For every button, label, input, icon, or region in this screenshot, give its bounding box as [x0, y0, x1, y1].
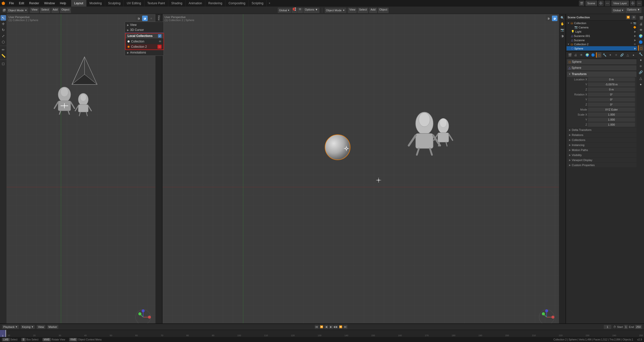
- workspace-animation[interactable]: Animation: [186, 0, 205, 7]
- location-x[interactable]: 0 m: [588, 77, 635, 81]
- viewport-shading-rendered[interactable]: ○: [148, 16, 154, 21]
- rotation-mode[interactable]: XYZ Euler: [588, 108, 635, 112]
- scale-x[interactable]: 1.000: [588, 113, 635, 117]
- custom-properties-section[interactable]: ▶ Custom Properties: [567, 163, 636, 167]
- scene-options-icon[interactable]: ⋯: [605, 1, 610, 6]
- right-viewport[interactable]: User Perspective (1) Collection 2 | Sphe…: [163, 14, 566, 328]
- scale-y[interactable]: 1.000: [588, 118, 635, 122]
- scale-z[interactable]: 1.000: [588, 123, 635, 127]
- sphere-eye-icon[interactable]: ▶: [634, 47, 636, 50]
- rotation-z[interactable]: 0°: [588, 103, 635, 107]
- add-menu-left[interactable]: Add: [51, 8, 59, 13]
- viewlayer-options-icon[interactable]: ⋯: [636, 1, 642, 6]
- collection-eye[interactable]: 👁: [159, 40, 162, 43]
- tree-item-light[interactable]: 💡 Light ▶: [567, 29, 637, 34]
- render-icon[interactable]: 📷: [633, 22, 636, 25]
- instancing-section[interactable]: ▶ Instancing: [567, 143, 636, 147]
- prop-icon-data[interactable]: △: [625, 52, 630, 58]
- dropdown-3dcursor[interactable]: ▶ 3D Cursor: [125, 27, 164, 32]
- rb-icon2[interactable]: 🖨: [638, 21, 643, 27]
- prop-icon-output[interactable]: 🖨: [573, 52, 578, 58]
- prop-icon-physics[interactable]: ⚛: [613, 52, 619, 58]
- tl-next-keyframe[interactable]: ▶▶: [334, 325, 338, 329]
- prop-icon-modifier[interactable]: 🔧: [602, 52, 607, 58]
- collection2-restrict[interactable]: □: [157, 45, 162, 49]
- vp-view-icon[interactable]: View: [156, 15, 162, 21]
- options-btn-left[interactable]: Options ▼: [303, 8, 319, 13]
- vp-r-camera[interactable]: 📷: [559, 27, 565, 33]
- playback-btn[interactable]: Playback ▼: [2, 325, 19, 329]
- end-frame[interactable]: 250: [635, 325, 642, 329]
- tl-next-frame[interactable]: ⏩: [339, 325, 343, 329]
- prop-icon-constraints[interactable]: 🔗: [619, 52, 625, 58]
- rb-icon7[interactable]: 🔧: [638, 51, 643, 57]
- lc-checkbox[interactable]: ✓: [158, 34, 162, 38]
- tree-item-suzanne[interactable]: △ Suzanne ▶: [567, 38, 637, 42]
- data-name-field[interactable]: △ Sphere: [567, 65, 636, 70]
- prop-icon-render[interactable]: 🎬: [567, 52, 573, 58]
- tree-item-camera[interactable]: 📷 Camera 🔶: [567, 25, 637, 29]
- global-mode-selector[interactable]: Global ▼: [278, 8, 291, 13]
- scene-add-icon[interactable]: ➕: [598, 1, 604, 6]
- rb-icon12[interactable]: ●: [638, 81, 643, 87]
- snap-btn[interactable]: 🧲: [292, 8, 297, 13]
- workspace-layout[interactable]: Layout: [71, 0, 87, 7]
- r-viewport-shading-material[interactable]: ◕: [552, 16, 557, 21]
- select-menu-left[interactable]: Select: [40, 8, 51, 13]
- r-viewport-shading-solid[interactable]: ◑: [546, 16, 551, 21]
- rb-icon5[interactable]: 🔵: [638, 39, 643, 45]
- workspace-shading[interactable]: Shading: [168, 0, 186, 7]
- vp-r-render[interactable]: ◑: [559, 33, 565, 39]
- tl-jump-start[interactable]: ⏮: [315, 325, 319, 329]
- transform-tool[interactable]: ⬡: [1, 39, 6, 45]
- transform-header[interactable]: ▼ Transform: [567, 71, 636, 77]
- viewlayer-add-icon[interactable]: ➕: [630, 1, 635, 6]
- relations-section[interactable]: ▶ Relations: [567, 133, 636, 137]
- prop-icon-world[interactable]: 🔵: [590, 52, 596, 58]
- menu-render[interactable]: Render: [27, 0, 42, 7]
- prop-icon-particles[interactable]: ✦: [608, 52, 613, 58]
- prop-icon-view[interactable]: 👁: [579, 52, 584, 58]
- rb-icon11[interactable]: △: [638, 75, 643, 81]
- marker-btn[interactable]: Marker: [47, 325, 58, 329]
- workspace-rendering[interactable]: Rendering: [205, 0, 225, 7]
- object-menu-right[interactable]: Object: [378, 8, 389, 13]
- tl-jump-end[interactable]: ⏭: [343, 325, 347, 329]
- scene-selector[interactable]: Scene: [585, 1, 597, 6]
- delta-transform-section[interactable]: ▶ Delta Transform: [567, 128, 636, 132]
- vp-r-hand[interactable]: ✋: [559, 21, 565, 27]
- add-cube-tool[interactable]: ◻: [1, 61, 6, 66]
- tree-item-sphere[interactable]: ⬡ Sphere ▶: [567, 46, 637, 51]
- dropdown-view[interactable]: ▶ View: [125, 22, 164, 27]
- move-tool[interactable]: ✛: [1, 21, 6, 27]
- collections-section[interactable]: ▶ Collections: [567, 138, 636, 142]
- tl-prev-frame[interactable]: ⏪: [319, 325, 324, 329]
- workspace-scripting[interactable]: Scripting: [249, 0, 267, 7]
- visibility-section[interactable]: ▶ Visibility: [567, 153, 636, 157]
- rb-icon-object[interactable]: ◻: [638, 45, 643, 51]
- object-name-field[interactable]: ◻ Sphere: [567, 59, 636, 64]
- workspace-sculpting[interactable]: Sculpting: [105, 0, 124, 7]
- rb-icon4[interactable]: 🌍: [638, 33, 643, 39]
- start-frame[interactable]: 1: [624, 325, 628, 329]
- rotation-x[interactable]: 0°: [588, 92, 635, 96]
- object-mode-selector-left[interactable]: Object Mode ▼: [7, 8, 28, 13]
- rb-icon10[interactable]: 🔗: [638, 69, 643, 75]
- tl-play[interactable]: ▶: [329, 325, 333, 329]
- c2-eye-icon[interactable]: 👁: [634, 43, 636, 46]
- eye-icon[interactable]: 👁: [630, 22, 633, 25]
- scale-tool[interactable]: ⤢: [1, 33, 6, 39]
- viewport-shading-solid[interactable]: ◑: [136, 16, 141, 21]
- prop-icon-object[interactable]: ◻: [596, 52, 601, 58]
- tree-item-suzanne001[interactable]: △ Suzanne.001 ▶: [567, 34, 637, 38]
- select-menu-right[interactable]: Select: [357, 8, 368, 13]
- rb-icon9[interactable]: ⚛: [638, 63, 643, 69]
- editor-type-selector[interactable]: 🗗: [3, 8, 6, 12]
- workspace-modeling[interactable]: Modeling: [87, 0, 105, 7]
- outliner-options-btn[interactable]: ⚙: [631, 15, 636, 20]
- viewport-shading-material[interactable]: ◕: [142, 16, 148, 21]
- location-z[interactable]: 0 m: [588, 87, 635, 91]
- lc-item-collection2[interactable]: Collection 2 □: [126, 44, 164, 50]
- menu-help[interactable]: Help: [57, 0, 69, 7]
- motion-paths-section[interactable]: ▶ Motion Paths: [567, 148, 636, 152]
